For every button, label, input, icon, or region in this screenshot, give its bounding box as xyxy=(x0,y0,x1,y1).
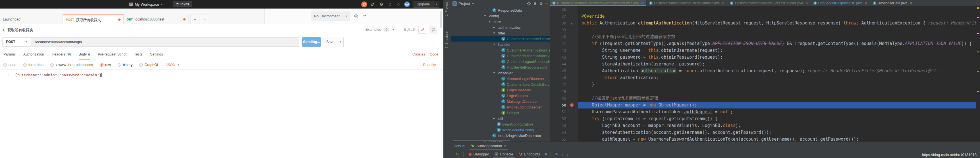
tree-item-customeruserdetailsservice[interactable]: CCustomerUserDetailsService xyxy=(451,81,550,87)
tree-item-beanconfiguration[interactable]: CBeanConfiguration xyxy=(451,121,550,127)
tree-item-websecurityconfig[interactable]: CWebSecurityConfig xyxy=(451,127,550,132)
tree-item-customerlogoutsuccesshandler[interactable]: CCustomerLogoutSuccessHandler xyxy=(451,59,550,64)
code-link[interactable]: Code xyxy=(430,53,438,56)
build-label[interactable]: BUILD xyxy=(404,28,415,31)
force-step-into-icon[interactable]: ↓ xyxy=(566,152,568,156)
layout-menu-icon[interactable]: ≡ xyxy=(544,152,547,156)
tree-arrow-open-icon[interactable]: ▼ xyxy=(493,32,497,34)
step-into-icon[interactable]: ↓ xyxy=(561,152,563,156)
tree-arrow-open-icon[interactable]: ▼ xyxy=(484,14,488,18)
environment-settings-button[interactable] xyxy=(361,13,368,19)
debug-tab-debugger[interactable]: Debugger xyxy=(466,150,492,158)
tree-item-mailloginobserver[interactable]: CMailLoginObserver xyxy=(451,99,550,104)
url-input[interactable]: localhost:8080/account/login xyxy=(31,37,299,47)
error-stripe[interactable] xyxy=(976,6,980,142)
body-mode-GraphQL[interactable]: GraphQL xyxy=(139,63,159,67)
tree-item-handler[interactable]: ▼handler xyxy=(451,41,550,47)
editor-tab[interactable]: CCustomerUsernamePasswordAuthenticationF… xyxy=(550,0,647,6)
environment-selector[interactable]: No Environment ▼ xyxy=(311,11,350,21)
tree-item-customerauthenticationsuccesshandler[interactable]: CCustomerAuthenticationSuccessHandler xyxy=(451,53,550,59)
more-tabs-button[interactable]: ••• xyxy=(199,14,209,24)
send-button[interactable]: Sending... xyxy=(302,37,321,47)
body-mode-raw[interactable]: raw xyxy=(100,63,111,67)
debug-tab-endpoints[interactable]: Endpoints xyxy=(516,150,543,158)
method-selector[interactable]: POST ▼ xyxy=(2,37,31,47)
tree-item-responsedata[interactable]: CResponseData xyxy=(451,7,550,13)
save-dropdown[interactable]: ▼ xyxy=(338,37,343,47)
tree-item-config[interactable]: ▼config xyxy=(451,13,550,19)
favorites-button[interactable]: ♡ xyxy=(394,2,403,6)
comments-button[interactable] xyxy=(429,26,437,34)
step-out-icon[interactable]: ↑ xyxy=(572,152,574,156)
tree-item-authentication[interactable]: ▶authentication xyxy=(451,24,550,30)
tree-arrow-closed-icon[interactable]: ▶ xyxy=(493,117,497,120)
tree-item-subject[interactable]: ISubject xyxy=(451,110,550,116)
section-tab-authorization[interactable]: Authorization xyxy=(23,49,44,60)
editor-tab[interactable]: CHttpServletResponseUtil.java✕ xyxy=(811,0,870,6)
section-tab-params[interactable]: Params xyxy=(3,49,16,60)
body-mode-none[interactable]: none xyxy=(3,63,16,67)
close-icon[interactable]: ✕ xyxy=(504,144,506,148)
chevron-down-icon[interactable]: ▼ xyxy=(392,28,395,31)
dock-project-button[interactable]: 1: Project xyxy=(445,2,448,16)
section-tab-body[interactable]: Body xyxy=(79,49,91,60)
section-tab-pre-request-script[interactable]: Pre-request Script xyxy=(98,49,126,60)
locate-target-icon[interactable] xyxy=(527,2,531,5)
request-tab[interactable]: POST获取所有收藏夹 xyxy=(63,14,124,24)
tree-item-filter[interactable]: ▼filter xyxy=(451,30,550,36)
editor-tab[interactable]: CResponseData.java✕ xyxy=(870,0,915,6)
body-format-selector[interactable]: JSON ▼ xyxy=(166,63,180,67)
tree-arrow-open-icon[interactable]: ▼ xyxy=(488,20,492,23)
dock-structure-button[interactable]: 7: Structure xyxy=(445,31,448,48)
save-button[interactable]: Save xyxy=(323,37,338,47)
gear-icon[interactable]: ⚙ xyxy=(539,2,543,6)
code-editor[interactable]: 3637@Override38↑public Authentication at… xyxy=(550,6,976,142)
step-over-icon[interactable]: ↷ xyxy=(555,152,558,156)
tree-arrow-closed-icon[interactable]: ▶ xyxy=(493,26,497,29)
body-mode-x-www-form-urlencoded[interactable]: x-www-form-urlencoded xyxy=(50,63,93,67)
tree-item-httpservletresponseutil[interactable]: CHttpServletResponseUtil xyxy=(451,64,550,70)
request-tab[interactable]: GETlocalhost:8080/test xyxy=(124,14,189,24)
breakpoint-icon[interactable] xyxy=(570,103,574,107)
tree-item-accountloginobserver[interactable]: CAccountLoginObserver xyxy=(451,76,550,81)
tree-item-customerusernamepasswordauthenticationfilter[interactable]: CCustomerUsernamePasswordAuthenticationF… xyxy=(451,36,550,41)
scrollbar[interactable] xyxy=(440,11,442,28)
tree-item-customerauthenticationfailurehandler[interactable]: CCustomerAuthenticationFailureHandler xyxy=(451,47,550,53)
debug-tab-console[interactable]: Console xyxy=(492,150,516,158)
section-tab-settings[interactable]: Settings xyxy=(150,49,163,60)
api-network-button[interactable] xyxy=(369,2,377,6)
upgrade-button[interactable]: Upgrade ▼ xyxy=(413,1,439,8)
tree-item-initializingadvicedecorator[interactable]: CInitializingAdviceDecorator xyxy=(451,132,550,138)
section-tab-headers[interactable]: Headers(9) xyxy=(52,49,71,60)
body-mode-form-data[interactable]: form-data xyxy=(23,63,44,67)
examples-label[interactable]: Examples xyxy=(366,28,381,32)
tree-item-phoneloginobserver[interactable]: CPhoneLoginObserver xyxy=(451,104,550,110)
upgrade-dropdown[interactable]: ▼ xyxy=(433,1,439,7)
tree-arrow-open-icon[interactable]: ▼ xyxy=(493,43,497,46)
expand-triangle-icon[interactable]: ▶ xyxy=(3,28,5,31)
cookies-link[interactable]: Cookies xyxy=(412,53,425,56)
editor-tab[interactable]: CCustomerAuthenticationSuccessHandler.ja… xyxy=(727,0,811,6)
tree-item-core[interactable]: ▼core xyxy=(451,19,550,24)
close-icon[interactable]: ✕ xyxy=(641,1,643,5)
run-configuration-tab[interactable]: AuthApplication ✕ xyxy=(469,142,509,150)
account-button[interactable] xyxy=(403,2,411,7)
request-tab[interactable]: Launchpad xyxy=(0,14,63,24)
collapse-all-icon[interactable] xyxy=(533,2,537,5)
beautify-link[interactable]: Beautify xyxy=(423,63,443,67)
workspace-switcher[interactable]: My Workspace ▾ xyxy=(129,0,162,8)
body-editor[interactable]: 1 {"username":"admin","password":"admin"… xyxy=(0,69,443,158)
environment-preview-button[interactable] xyxy=(353,13,359,19)
sync-button[interactable] xyxy=(360,2,369,7)
rerun-icon[interactable]: ↻ xyxy=(455,152,459,157)
settings-button[interactable]: ⚙ xyxy=(377,2,386,7)
tree-item-loginsubject[interactable]: CLoginSubject xyxy=(451,93,550,99)
close-icon[interactable]: ✕ xyxy=(865,1,867,5)
edit-documentation-button[interactable] xyxy=(418,26,426,34)
tree-item-loginobserver[interactable]: ILoginObserver xyxy=(451,87,550,93)
tree-item-util[interactable]: ▶util xyxy=(451,116,550,121)
close-icon[interactable]: ✕ xyxy=(805,1,808,5)
close-icon[interactable]: ✕ xyxy=(910,1,912,5)
new-tab-button[interactable]: + xyxy=(191,14,200,24)
editor-tab[interactable]: CCustomerAuthenticationFailureHandler.ja… xyxy=(647,0,728,6)
